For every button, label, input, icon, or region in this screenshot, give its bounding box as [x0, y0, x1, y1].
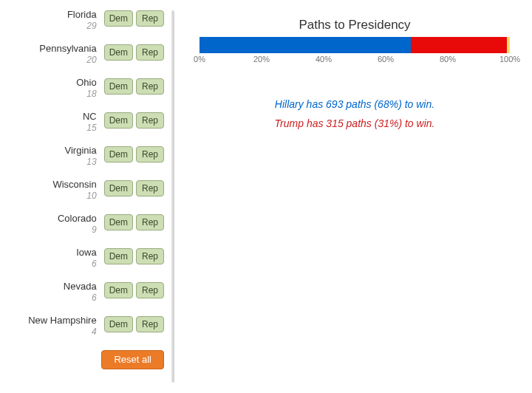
state-electoral-votes: 13	[16, 156, 97, 168]
state-electoral-votes: 6	[16, 258, 97, 270]
state-row: Pennsylvania20DemRep	[0, 41, 164, 75]
state-row: Wisconsin10DemRep	[0, 177, 164, 211]
bar-segment-rep	[411, 37, 507, 53]
axis-tick: 80%	[440, 55, 456, 64]
dem-button[interactable]: Dem	[104, 282, 133, 298]
dem-button[interactable]: Dem	[104, 316, 133, 332]
state-label-col: Virginia13	[16, 143, 104, 168]
dem-button[interactable]: Dem	[104, 10, 133, 27]
party-button-group: DemRep	[104, 75, 164, 95]
state-electoral-votes: 29	[16, 20, 97, 32]
paths-bar-chart: 0% 20% 40% 60% 80% 100%	[200, 37, 510, 68]
state-electoral-votes: 6	[16, 292, 97, 304]
state-electoral-votes: 20	[16, 54, 97, 66]
rep-button[interactable]: Rep	[136, 248, 164, 264]
axis-tick: 100%	[499, 55, 520, 64]
state-label-col: Colorado9	[16, 211, 104, 236]
rep-button[interactable]: Rep	[136, 112, 164, 129]
state-row: Iowa6DemRep	[0, 245, 164, 279]
state-electoral-votes: 10	[16, 190, 97, 202]
vertical-divider	[170, 0, 176, 393]
rep-button[interactable]: Rep	[136, 78, 164, 95]
axis-tick: 60%	[378, 55, 394, 64]
state-name: Florida	[16, 9, 97, 20]
state-row: Virginia13DemRep	[0, 143, 164, 177]
state-label-col: Iowa6	[16, 245, 104, 270]
state-name: Pennsylvania	[16, 43, 97, 54]
state-row: Nevada6DemRep	[0, 279, 164, 313]
x-axis: 0% 20% 40% 60% 80% 100%	[200, 55, 510, 68]
party-button-group: DemRep	[104, 41, 164, 61]
state-row: New Hampshire4DemRep	[0, 313, 164, 347]
state-label-col: Pennsylvania20	[16, 41, 104, 66]
state-name: Wisconsin	[16, 179, 97, 190]
party-button-group: DemRep	[104, 109, 164, 129]
state-name: New Hampshire	[16, 315, 97, 326]
rep-button[interactable]: Rep	[136, 146, 164, 163]
state-label-col: Ohio18	[16, 75, 104, 100]
state-label-col: Nevada6	[16, 279, 104, 304]
summary-block: Hillary has 693 paths (68%) to win. Trum…	[191, 95, 519, 133]
party-button-group: DemRep	[104, 211, 164, 230]
state-name: Colorado	[16, 213, 97, 224]
state-name: Nevada	[16, 281, 97, 292]
rep-button[interactable]: Rep	[136, 282, 164, 298]
state-electoral-votes: 4	[16, 326, 97, 338]
summary-dem-text: Hillary has 693 paths (68%) to win.	[191, 95, 519, 114]
rep-button[interactable]: Rep	[136, 44, 164, 61]
state-electoral-votes: 9	[16, 224, 97, 236]
summary-rep-text: Trump has 315 paths (31%) to win.	[191, 114, 519, 133]
state-row: NC15DemRep	[0, 109, 164, 143]
stacked-bar-track	[200, 37, 510, 53]
state-row: Florida29DemRep	[0, 7, 164, 41]
state-label-col: New Hampshire4	[16, 313, 104, 338]
party-button-group: DemRep	[104, 177, 164, 196]
state-name: Iowa	[16, 247, 97, 258]
axis-tick: 40%	[316, 55, 332, 64]
party-button-group: DemRep	[104, 245, 164, 264]
party-button-group: DemRep	[104, 7, 164, 27]
party-button-group: DemRep	[104, 143, 164, 163]
state-label-col: Florida29	[16, 7, 104, 32]
state-electoral-votes: 15	[16, 122, 97, 134]
axis-tick: 0%	[194, 55, 205, 64]
party-button-group: DemRep	[104, 279, 164, 298]
state-label-col: Wisconsin10	[16, 177, 104, 202]
bar-segment-dem	[200, 37, 411, 53]
reset-all-button[interactable]: Reset all	[101, 350, 164, 369]
state-picker-panel: Florida29DemRepPennsylvania20DemRepOhio1…	[0, 0, 170, 393]
dem-button[interactable]: Dem	[104, 112, 133, 129]
state-row: Ohio18DemRep	[0, 75, 164, 109]
state-name: Ohio	[16, 77, 97, 88]
results-panel: Paths to Presidency 0% 20% 40% 60% 80% 1…	[176, 0, 532, 393]
state-name: Virginia	[16, 145, 97, 156]
rep-button[interactable]: Rep	[136, 10, 164, 27]
rep-button[interactable]: Rep	[136, 214, 164, 230]
dem-button[interactable]: Dem	[104, 146, 133, 163]
dem-button[interactable]: Dem	[104, 214, 133, 230]
rep-button[interactable]: Rep	[136, 316, 164, 332]
app-root: Florida29DemRepPennsylvania20DemRepOhio1…	[0, 0, 532, 393]
state-row: Colorado9DemRep	[0, 211, 164, 245]
rep-button[interactable]: Rep	[136, 180, 164, 196]
party-button-group: DemRep	[104, 313, 164, 332]
state-label-col: NC15	[16, 109, 104, 134]
dem-button[interactable]: Dem	[104, 248, 133, 264]
dem-button[interactable]: Dem	[104, 78, 133, 95]
state-electoral-votes: 18	[16, 88, 97, 100]
chart-title: Paths to Presidency	[191, 18, 519, 33]
reset-row: Reset all	[0, 347, 164, 369]
axis-tick: 20%	[253, 55, 270, 64]
dem-button[interactable]: Dem	[104, 44, 133, 61]
dem-button[interactable]: Dem	[104, 180, 133, 196]
state-name: NC	[16, 111, 97, 122]
